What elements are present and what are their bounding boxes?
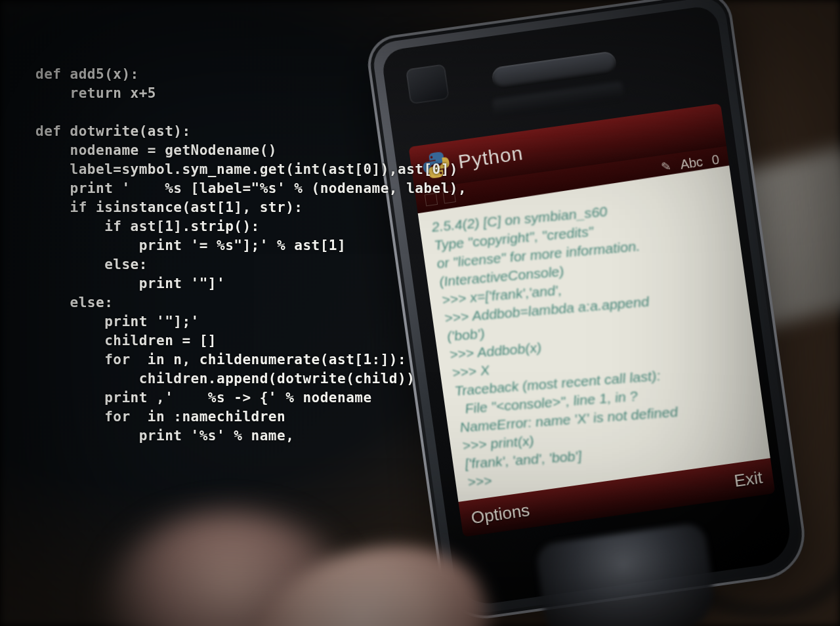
code-line: print '= %s"];' % ast[1] [35, 238, 346, 253]
code-line: if isinstance(ast[1], str): [35, 199, 303, 215]
console-text: 2.5.4(2) [C] on symbian_s60 Type "copyri… [430, 190, 775, 491]
app-title: Python [457, 142, 524, 173]
softkey-exit[interactable]: Exit [733, 467, 764, 491]
code-line: def dotwrite(ast): [35, 123, 191, 139]
code-line: for in n, childenumerate(ast[1:]): [35, 352, 406, 367]
softkey-options[interactable]: Options [470, 500, 531, 528]
code-line: def add5(x): [35, 66, 139, 82]
python-console[interactable]: 2.5.4(2) [C] on symbian_s60 Type "copyri… [418, 164, 776, 502]
console-line: >>> [467, 472, 497, 490]
code-line: print '%s' % name, [35, 428, 294, 444]
code-line: label=symbol.sym_name.get(int(ast[0]),as… [35, 161, 458, 177]
code-line: print ' %s [label="%s' % (nodename, labe… [35, 180, 467, 196]
code-line: print '"];' [35, 314, 200, 329]
code-line: for in :namechildren [35, 409, 285, 425]
console-line: >>> print(x) [461, 433, 535, 453]
code-line: print ,' %s -> {' % nodename [35, 390, 372, 406]
code-line: print '"]' [35, 276, 225, 291]
overlay-code-block: def add5(x): return x+5 def dotwrite(ast… [35, 65, 467, 446]
code-line: nodename = getNodename() [35, 142, 277, 158]
code-line: children = [] [35, 333, 217, 348]
code-line: if ast[1].strip(): [35, 219, 260, 234]
input-counter: 0 [711, 152, 720, 167]
code-line: else: [35, 257, 148, 272]
input-mode-icon: ✎ [660, 159, 672, 175]
code-line: children.append(dotwrite(child)) [35, 371, 415, 386]
code-line: else: [35, 295, 113, 310]
code-line: return x+5 [35, 85, 156, 101]
